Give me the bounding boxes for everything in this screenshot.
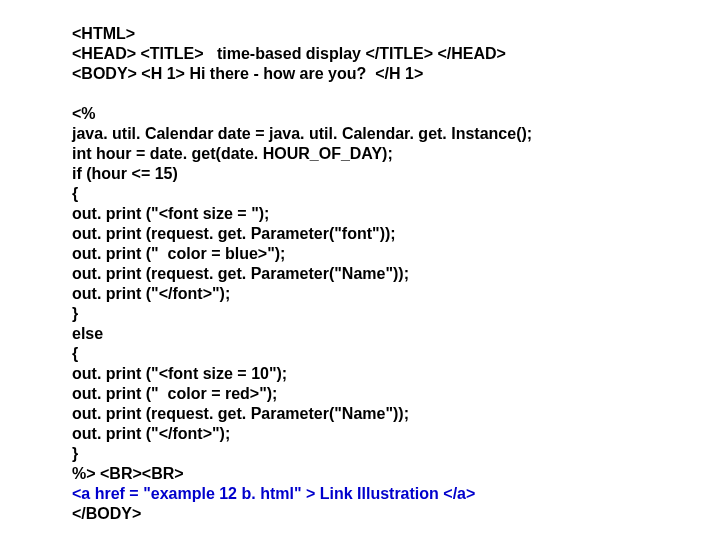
code-line: { xyxy=(72,344,672,364)
code-line: <a href = "example 12 b. html" > Link Il… xyxy=(72,484,672,504)
code-line: %> <BR><BR> xyxy=(72,464,672,484)
code-line: else xyxy=(72,324,672,344)
code-line: <HTML> xyxy=(72,24,672,44)
code-line: out. print ("<font size = 10"); xyxy=(72,364,672,384)
code-line: out. print ("<font size = "); xyxy=(72,204,672,224)
code-line: } xyxy=(72,304,672,324)
code-line: <% xyxy=(72,104,672,124)
code-container: <HTML><HEAD> <TITLE> time-based display … xyxy=(0,0,672,524)
code-line: java. util. Calendar date = java. util. … xyxy=(72,124,672,144)
code-line: <BODY> <H 1> Hi there - how are you? </H… xyxy=(72,64,672,84)
code-line: out. print ("</font>"); xyxy=(72,284,672,304)
code-line: out. print (request. get. Parameter("fon… xyxy=(72,224,672,244)
code-line: out. print (request. get. Parameter("Nam… xyxy=(72,264,672,284)
code-line: int hour = date. get(date. HOUR_OF_DAY); xyxy=(72,144,672,164)
code-line: </BODY> xyxy=(72,504,672,524)
code-line: } xyxy=(72,444,672,464)
code-line: out. print ("</font>"); xyxy=(72,424,672,444)
code-line: <HEAD> <TITLE> time-based display </TITL… xyxy=(72,44,672,64)
code-line: out. print (" color = red>"); xyxy=(72,384,672,404)
code-line: { xyxy=(72,184,672,204)
code-line: out. print (" color = blue>"); xyxy=(72,244,672,264)
code-line: out. print (request. get. Parameter("Nam… xyxy=(72,404,672,424)
code-line xyxy=(72,84,672,104)
code-line: if (hour <= 15) xyxy=(72,164,672,184)
